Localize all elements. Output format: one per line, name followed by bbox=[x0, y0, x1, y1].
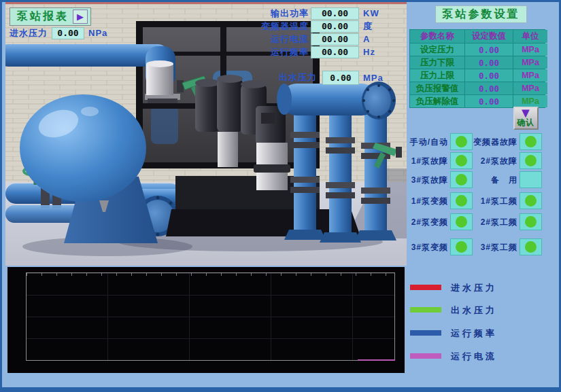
run-frequency-unit: Hz bbox=[363, 47, 375, 57]
legend-item-run-current: 运行电流 bbox=[409, 349, 558, 364]
green-lamp-icon bbox=[525, 195, 537, 207]
outlet-pressure-readout: 出水压力 0.00 MPa bbox=[241, 70, 384, 85]
run-current-label: 运行电流 bbox=[228, 33, 309, 46]
status-label-pump3-vfd: 3#泵变频 bbox=[406, 242, 448, 253]
legend-swatch-magenta bbox=[410, 353, 441, 359]
output-power-readout: 输出功率 00.00 KW bbox=[228, 7, 407, 20]
status-label-pump2-mains: 2#泵工频 bbox=[469, 217, 517, 228]
green-lamp-icon bbox=[456, 195, 467, 207]
outlet-pressure-value: 0.00 bbox=[322, 71, 359, 85]
legend-swatch-blue bbox=[410, 330, 441, 336]
output-power-value: 00.00 bbox=[311, 7, 359, 20]
run-frequency-readout: 运行频率 00.00 Hz bbox=[228, 46, 407, 58]
run-frequency-label: 运行频率 bbox=[228, 46, 309, 58]
inverter-temp-label: 变频器温度 bbox=[228, 20, 309, 33]
legend-item-run-frequency: 运行频率 bbox=[409, 326, 558, 341]
green-lamp-icon bbox=[525, 241, 537, 253]
report-button[interactable]: 泵站报表 ▶ bbox=[10, 7, 91, 26]
outlet-pressure-label: 出水压力 bbox=[241, 71, 317, 84]
lamp-pump1-mains bbox=[520, 192, 542, 209]
plot-top-ticks bbox=[27, 273, 394, 276]
green-lamp-icon bbox=[456, 216, 467, 228]
green-lamp-icon bbox=[525, 216, 537, 228]
status-label-spare: 备 用 bbox=[469, 175, 517, 186]
output-power-unit: KW bbox=[363, 8, 379, 18]
trend-chart bbox=[7, 267, 405, 373]
run-current-value: 00.00 bbox=[311, 33, 359, 46]
inverter-temp-unit: 度 bbox=[363, 20, 373, 33]
green-lamp-icon bbox=[456, 136, 467, 147]
inverter-temp-value: 00.00 bbox=[311, 20, 359, 33]
run-current-trace bbox=[358, 359, 395, 361]
inlet-pressure-unit: NPa bbox=[88, 28, 107, 38]
status-label-pump2-fault: 2#泵故障 bbox=[469, 156, 517, 167]
green-lamp-icon bbox=[456, 241, 467, 253]
inlet-pressure-value: 0.00 bbox=[52, 27, 84, 39]
run-current-unit: A bbox=[363, 34, 370, 44]
status-label-pump1-mains: 1#泵工频 bbox=[469, 196, 517, 207]
legend-swatch-green bbox=[410, 307, 441, 313]
output-power-label: 输出功率 bbox=[228, 7, 309, 20]
status-label-vfd-fault: 变频器故障 bbox=[469, 137, 517, 148]
status-label-pump1-vfd: 1#泵变频 bbox=[406, 196, 448, 207]
report-button-label: 泵站报表 bbox=[17, 10, 69, 24]
lamp-pump3-mains bbox=[520, 238, 542, 255]
legend-swatch-red bbox=[410, 285, 441, 290]
inlet-pressure-label: 进水压力 bbox=[10, 27, 48, 39]
green-lamp-icon bbox=[456, 174, 467, 185]
status-label-pump1-fault: 1#泵故障 bbox=[406, 156, 448, 167]
outlet-pressure-unit: MPa bbox=[363, 73, 384, 83]
lamp-spare-empty bbox=[520, 171, 542, 188]
legend-label: 运行电流 bbox=[451, 351, 497, 363]
readout-group: 输出功率 00.00 KW 变频器温度 00.00 度 运行电流 00.00 A… bbox=[228, 7, 407, 58]
green-lamp-icon bbox=[456, 155, 467, 166]
status-label-manual-auto: 手动/自动 bbox=[406, 137, 448, 148]
legend-label: 进水压力 bbox=[451, 282, 497, 294]
lamp-pump2-mains bbox=[520, 213, 542, 230]
hmi-pump-station-screen: 泵站报表 ▶ 进水压力 0.00 NPa 输出功率 00.00 KW 变频器温度… bbox=[0, 0, 561, 392]
legend-item-outlet-pressure: 出水压力 bbox=[409, 303, 558, 318]
run-current-readout: 运行电流 00.00 A bbox=[228, 33, 407, 46]
trend-plot-area bbox=[26, 272, 395, 361]
run-frequency-value: 00.00 bbox=[311, 46, 359, 58]
lamp-pump2-fault bbox=[520, 152, 542, 169]
legend-item-inlet-pressure: 进水压力 bbox=[409, 281, 558, 296]
play-icon[interactable]: ▶ bbox=[73, 10, 88, 24]
pump-station-3d-view: 泵站报表 ▶ 进水压力 0.00 NPa 输出功率 00.00 KW 变频器温度… bbox=[5, 2, 407, 266]
status-label-pump3-fault: 3#泵故障 bbox=[406, 175, 448, 186]
inlet-pressure-readout: 进水压力 0.00 NPa bbox=[10, 26, 107, 39]
status-label-pump2-vfd: 2#泵变频 bbox=[406, 217, 448, 228]
green-lamp-icon bbox=[525, 136, 537, 147]
legend-label: 出水压力 bbox=[451, 304, 497, 317]
lamp-vfd-fault bbox=[520, 133, 542, 150]
green-lamp-icon bbox=[525, 155, 537, 166]
discharge-header bbox=[277, 82, 402, 243]
status-label-pump3-mains: 3#泵工频 bbox=[469, 242, 517, 253]
legend-label: 运行频率 bbox=[451, 327, 497, 340]
status-lamp-panel: 手动/自动 变频器故障 1#泵故障 2#泵故障 3#泵故障 备 用 1#泵变频 … bbox=[409, 2, 545, 267]
inverter-temp-readout: 变频器温度 00.00 度 bbox=[228, 20, 407, 33]
